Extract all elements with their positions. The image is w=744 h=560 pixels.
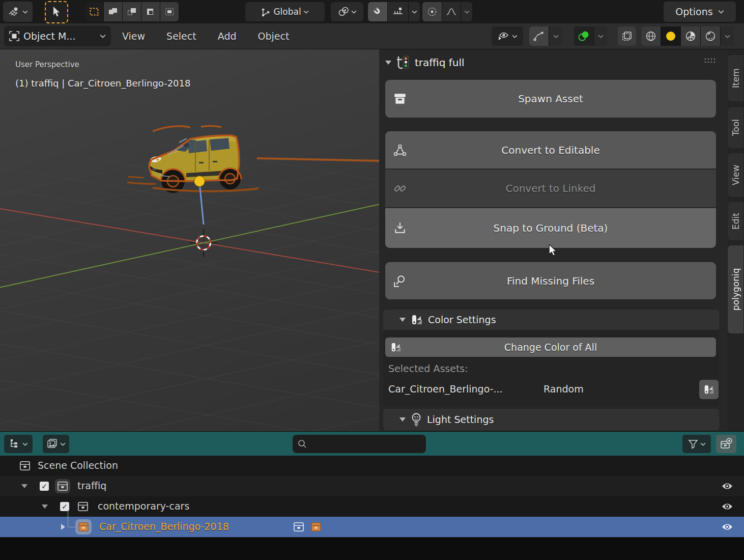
exclude-checkbox[interactable]: ✓ (40, 482, 49, 491)
select-mode-subtract[interactable] (123, 2, 141, 21)
asset-color-picker-button[interactable] (699, 380, 719, 399)
show-gizmo-toggle[interactable] (529, 26, 549, 46)
shading-rendered[interactable] (701, 26, 720, 46)
shading-material[interactable] (681, 26, 700, 46)
chevron-down-icon (700, 442, 706, 446)
gizmo-chevron[interactable] (549, 26, 562, 46)
tree-row-traffiq[interactable]: ✓ traffiq (0, 476, 744, 496)
visibility-eye-icon[interactable] (721, 482, 733, 490)
transform-orientation-dropdown[interactable]: Global (245, 2, 325, 21)
proportional-edit-toggle[interactable] (422, 2, 442, 21)
visibility-eye-icon[interactable] (721, 523, 733, 531)
outliner-editor-icon (9, 438, 20, 450)
tab-polygoniq[interactable]: polygoniq (727, 245, 744, 334)
viewport-menus: View Select Add Object (115, 26, 296, 46)
chevron-down-icon (412, 10, 417, 14)
traffiq-logo-icon (396, 55, 410, 70)
collapse-triangle[interactable] (21, 484, 27, 488)
panel-header[interactable]: traffiq full (385, 54, 465, 71)
overlays-chevron[interactable] (594, 26, 607, 46)
active-tool-select-box[interactable] (45, 1, 68, 23)
tree-row-car-citroen-berlingo[interactable]: Car_Citroen_Berlingo-2018 (0, 517, 744, 537)
xray-toggle[interactable] (618, 26, 636, 46)
outliner-tree: Scene Collection ✓ traffiq ✓ contemporar (0, 456, 744, 538)
find-missing-files-label: Find Missing Files (507, 275, 594, 287)
find-missing-files-button[interactable]: Find Missing Files (385, 262, 716, 299)
outliner-filter-button[interactable] (682, 435, 711, 453)
select-mode-invert[interactable] (141, 2, 160, 21)
light-settings-header[interactable]: Light Settings (383, 409, 719, 430)
menu-add[interactable]: Add (211, 27, 244, 45)
overlays-group (574, 26, 607, 46)
select-mode-extend[interactable] (104, 2, 122, 21)
blender-window: Global (0, 0, 744, 560)
select-intersect-icon (165, 8, 174, 16)
falloff-dropdown[interactable] (442, 2, 461, 21)
options-dropdown[interactable]: Options (664, 2, 736, 22)
panel-expand-triangle[interactable] (385, 61, 391, 65)
tab-view[interactable]: View (727, 153, 744, 198)
tab-item[interactable]: Item (727, 54, 744, 102)
color-settings-expand-triangle[interactable] (399, 318, 406, 322)
chevron-down-icon (553, 35, 559, 38)
convert-linked-icon (393, 182, 407, 195)
mode-label: Object M... (23, 31, 96, 42)
cursor-arrow-icon (52, 7, 61, 18)
snap-options-chevron[interactable] (409, 2, 420, 21)
object-visibility-dropdown[interactable] (492, 26, 523, 46)
outliner-empty-area (0, 538, 744, 560)
pivot-point-icon (338, 7, 349, 17)
asset-color-mode-value[interactable]: Random (543, 383, 584, 395)
menu-view[interactable]: View (115, 27, 152, 45)
outliner-editor-type-button[interactable] (4, 435, 33, 453)
orientation-global-icon (261, 7, 271, 17)
select-mode-set[interactable] (85, 2, 103, 21)
falloff-chevron[interactable] (461, 2, 472, 21)
outliner-display-mode-button[interactable] (43, 435, 69, 453)
outliner-search[interactable] (293, 435, 426, 453)
snap-to-ground-button[interactable]: Snap to Ground (Beta) (385, 208, 716, 248)
spawn-asset-button[interactable]: Spawn Asset (385, 80, 716, 118)
new-collection-button[interactable] (716, 435, 736, 453)
tree-row-contemporary-cars[interactable]: ✓ contemporary-cars (0, 496, 744, 517)
selected-assets-label: Selected Assets: (388, 363, 468, 374)
change-color-of-all-button[interactable]: Change Color of All (385, 338, 716, 357)
show-overlays-toggle[interactable] (574, 26, 593, 46)
snap-with-dropdown[interactable] (388, 2, 408, 21)
gizmo-icon (533, 31, 545, 42)
convert-to-linked-button[interactable]: Convert to Linked (385, 170, 716, 207)
chevron-down-icon (22, 10, 28, 14)
shading-chevron[interactable] (721, 26, 734, 46)
select-mode-group (85, 2, 179, 21)
panel-drag-handle-icon[interactable] (704, 58, 717, 64)
new-collection-icon (720, 438, 732, 450)
select-mode-intersect[interactable] (160, 2, 179, 21)
editor-type-button[interactable] (3, 2, 33, 22)
menu-object[interactable]: Object (251, 27, 297, 45)
mouse-cursor (548, 244, 558, 257)
snap-toggle[interactable] (368, 2, 387, 21)
shading-solid[interactable] (661, 26, 680, 46)
light-settings-expand-triangle[interactable] (399, 417, 406, 422)
chevron-down-icon (718, 10, 724, 14)
mode-dropdown[interactable]: Object M... (4, 26, 111, 46)
tree-label: Scene Collection (38, 460, 118, 471)
pivot-point-dropdown[interactable] (331, 2, 363, 21)
snapping-group (368, 2, 420, 21)
color-settings-header[interactable]: Color Settings (383, 310, 719, 330)
expand-triangle[interactable] (61, 524, 65, 530)
options-label: Options (675, 6, 712, 17)
chevron-down-icon (100, 34, 106, 38)
tab-polygoniq-label: polygoniq (731, 268, 741, 311)
overlays-icon (578, 31, 590, 42)
collapse-triangle[interactable] (42, 505, 48, 509)
collection-icon (19, 461, 31, 471)
tab-tool[interactable]: Tool (727, 106, 744, 149)
visibility-eye-icon[interactable] (721, 502, 733, 511)
search-input[interactable] (311, 439, 421, 450)
tab-edit[interactable]: Edit (727, 202, 744, 241)
convert-to-editable-button[interactable]: Convert to Editable (385, 131, 716, 169)
tree-row-scene-collection[interactable]: Scene Collection (0, 456, 744, 476)
shading-wireframe[interactable] (641, 26, 661, 46)
menu-select[interactable]: Select (159, 27, 204, 45)
